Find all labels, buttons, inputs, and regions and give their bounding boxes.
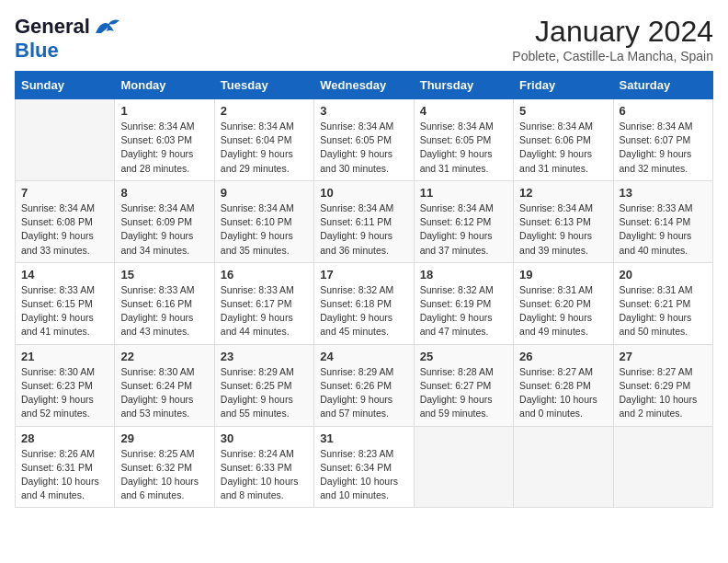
calendar-cell: 31Sunrise: 8:23 AM Sunset: 6:34 PM Dayli… <box>314 426 414 508</box>
logo-general-text: General <box>15 15 90 39</box>
calendar-week-1: 1Sunrise: 8:34 AM Sunset: 6:03 PM Daylig… <box>16 99 713 181</box>
calendar-cell: 17Sunrise: 8:32 AM Sunset: 6:18 PM Dayli… <box>314 262 414 344</box>
day-info: Sunrise: 8:34 AM Sunset: 6:05 PM Dayligh… <box>420 120 507 176</box>
day-number: 5 <box>519 104 607 118</box>
calendar-cell: 9Sunrise: 8:34 AM Sunset: 6:10 PM Daylig… <box>214 180 313 262</box>
day-info: Sunrise: 8:27 AM Sunset: 6:28 PM Dayligh… <box>519 365 607 421</box>
calendar-week-2: 7Sunrise: 8:34 AM Sunset: 6:08 PM Daylig… <box>16 180 713 262</box>
header-wednesday: Wednesday <box>314 72 414 99</box>
calendar-cell: 27Sunrise: 8:27 AM Sunset: 6:29 PM Dayli… <box>613 344 712 426</box>
calendar-cell: 30Sunrise: 8:24 AM Sunset: 6:33 PM Dayli… <box>214 426 313 508</box>
day-number: 17 <box>320 268 407 282</box>
day-info: Sunrise: 8:34 AM Sunset: 6:11 PM Dayligh… <box>320 201 407 258</box>
day-number: 25 <box>420 350 507 363</box>
calendar-cell: 1Sunrise: 8:34 AM Sunset: 6:03 PM Daylig… <box>115 99 214 181</box>
day-info: Sunrise: 8:26 AM Sunset: 6:31 PM Dayligh… <box>21 447 108 503</box>
title-block: January 2024 Poblete, Castille-La Mancha… <box>512 15 713 63</box>
calendar-cell: 16Sunrise: 8:33 AM Sunset: 6:17 PM Dayli… <box>214 262 313 344</box>
day-number: 30 <box>221 431 308 445</box>
day-number: 24 <box>320 350 407 363</box>
day-number: 19 <box>519 268 607 282</box>
day-number: 23 <box>221 350 308 363</box>
day-info: Sunrise: 8:34 AM Sunset: 6:04 PM Dayligh… <box>221 120 308 176</box>
calendar-cell: 18Sunrise: 8:32 AM Sunset: 6:19 PM Dayli… <box>414 262 513 344</box>
day-info: Sunrise: 8:24 AM Sunset: 6:33 PM Dayligh… <box>221 447 308 503</box>
calendar-header-row: SundayMondayTuesdayWednesdayThursdayFrid… <box>16 72 713 99</box>
calendar-cell <box>414 426 513 508</box>
header-friday: Friday <box>514 72 613 99</box>
location-text: Poblete, Castille-La Mancha, Spain <box>512 49 713 63</box>
day-number: 11 <box>420 186 507 200</box>
calendar-cell: 24Sunrise: 8:29 AM Sunset: 6:26 PM Dayli… <box>314 344 414 426</box>
calendar-cell: 10Sunrise: 8:34 AM Sunset: 6:11 PM Dayli… <box>314 180 414 262</box>
day-number: 3 <box>320 104 407 118</box>
day-info: Sunrise: 8:34 AM Sunset: 6:05 PM Dayligh… <box>320 120 407 176</box>
day-info: Sunrise: 8:27 AM Sunset: 6:29 PM Dayligh… <box>620 365 707 421</box>
calendar-cell: 12Sunrise: 8:34 AM Sunset: 6:13 PM Dayli… <box>514 180 613 262</box>
logo: General Blue <box>15 15 121 63</box>
calendar-cell: 14Sunrise: 8:33 AM Sunset: 6:15 PM Dayli… <box>16 262 115 344</box>
calendar-cell: 29Sunrise: 8:25 AM Sunset: 6:32 PM Dayli… <box>115 426 214 508</box>
day-number: 2 <box>221 104 308 118</box>
header-monday: Monday <box>115 72 214 99</box>
day-info: Sunrise: 8:34 AM Sunset: 6:08 PM Dayligh… <box>21 201 108 258</box>
day-number: 21 <box>21 350 108 363</box>
page-header: General Blue January 2024 Poblete, Casti… <box>15 15 713 63</box>
header-saturday: Saturday <box>613 72 712 99</box>
day-number: 26 <box>519 350 607 363</box>
day-number: 7 <box>21 186 108 200</box>
calendar-cell: 28Sunrise: 8:26 AM Sunset: 6:31 PM Dayli… <box>16 426 115 508</box>
calendar-cell: 20Sunrise: 8:31 AM Sunset: 6:21 PM Dayli… <box>613 262 712 344</box>
day-number: 12 <box>519 186 607 200</box>
day-number: 15 <box>120 268 208 282</box>
calendar-cell: 8Sunrise: 8:34 AM Sunset: 6:09 PM Daylig… <box>115 180 214 262</box>
calendar-week-4: 21Sunrise: 8:30 AM Sunset: 6:23 PM Dayli… <box>16 344 713 426</box>
day-number: 18 <box>420 268 507 282</box>
calendar-week-5: 28Sunrise: 8:26 AM Sunset: 6:31 PM Dayli… <box>16 426 713 508</box>
day-info: Sunrise: 8:31 AM Sunset: 6:21 PM Dayligh… <box>620 283 707 339</box>
calendar-cell: 19Sunrise: 8:31 AM Sunset: 6:20 PM Dayli… <box>514 262 613 344</box>
header-tuesday: Tuesday <box>214 72 313 99</box>
day-info: Sunrise: 8:34 AM Sunset: 6:10 PM Dayligh… <box>221 201 308 258</box>
day-number: 27 <box>620 350 707 363</box>
day-info: Sunrise: 8:34 AM Sunset: 6:07 PM Dayligh… <box>620 120 707 176</box>
day-info: Sunrise: 8:34 AM Sunset: 6:03 PM Dayligh… <box>120 120 208 176</box>
calendar-cell: 5Sunrise: 8:34 AM Sunset: 6:06 PM Daylig… <box>514 99 613 181</box>
day-number: 28 <box>21 431 108 445</box>
calendar-cell: 3Sunrise: 8:34 AM Sunset: 6:05 PM Daylig… <box>314 99 414 181</box>
day-info: Sunrise: 8:25 AM Sunset: 6:32 PM Dayligh… <box>120 447 208 503</box>
day-info: Sunrise: 8:33 AM Sunset: 6:15 PM Dayligh… <box>21 283 108 339</box>
calendar-cell: 22Sunrise: 8:30 AM Sunset: 6:24 PM Dayli… <box>115 344 214 426</box>
day-number: 8 <box>120 186 208 200</box>
calendar-cell: 23Sunrise: 8:29 AM Sunset: 6:25 PM Dayli… <box>214 344 313 426</box>
calendar-cell: 26Sunrise: 8:27 AM Sunset: 6:28 PM Dayli… <box>514 344 613 426</box>
day-info: Sunrise: 8:33 AM Sunset: 6:14 PM Dayligh… <box>620 201 707 258</box>
day-info: Sunrise: 8:34 AM Sunset: 6:13 PM Dayligh… <box>519 201 607 258</box>
calendar-cell: 6Sunrise: 8:34 AM Sunset: 6:07 PM Daylig… <box>613 99 712 181</box>
calendar-cell: 4Sunrise: 8:34 AM Sunset: 6:05 PM Daylig… <box>414 99 513 181</box>
month-title: January 2024 <box>512 15 713 49</box>
day-number: 20 <box>620 268 707 282</box>
day-number: 13 <box>620 186 707 200</box>
day-number: 14 <box>21 268 108 282</box>
day-number: 6 <box>620 104 707 118</box>
calendar-cell <box>514 426 613 508</box>
day-info: Sunrise: 8:31 AM Sunset: 6:20 PM Dayligh… <box>519 283 607 339</box>
day-info: Sunrise: 8:23 AM Sunset: 6:34 PM Dayligh… <box>320 447 407 503</box>
day-number: 31 <box>320 431 407 445</box>
day-number: 9 <box>221 186 308 200</box>
calendar-cell: 25Sunrise: 8:28 AM Sunset: 6:27 PM Dayli… <box>414 344 513 426</box>
day-info: Sunrise: 8:32 AM Sunset: 6:19 PM Dayligh… <box>420 283 507 339</box>
day-info: Sunrise: 8:29 AM Sunset: 6:26 PM Dayligh… <box>320 365 407 421</box>
calendar-cell <box>613 426 712 508</box>
day-info: Sunrise: 8:33 AM Sunset: 6:17 PM Dayligh… <box>221 283 308 339</box>
header-thursday: Thursday <box>414 72 513 99</box>
header-sunday: Sunday <box>16 72 115 99</box>
day-info: Sunrise: 8:30 AM Sunset: 6:23 PM Dayligh… <box>21 365 108 421</box>
day-number: 1 <box>120 104 208 118</box>
calendar-cell: 15Sunrise: 8:33 AM Sunset: 6:16 PM Dayli… <box>115 262 214 344</box>
calendar-cell: 13Sunrise: 8:33 AM Sunset: 6:14 PM Dayli… <box>613 180 712 262</box>
calendar-cell <box>16 99 115 181</box>
day-info: Sunrise: 8:34 AM Sunset: 6:09 PM Dayligh… <box>120 201 208 258</box>
logo-blue-text: Blue <box>15 39 59 63</box>
